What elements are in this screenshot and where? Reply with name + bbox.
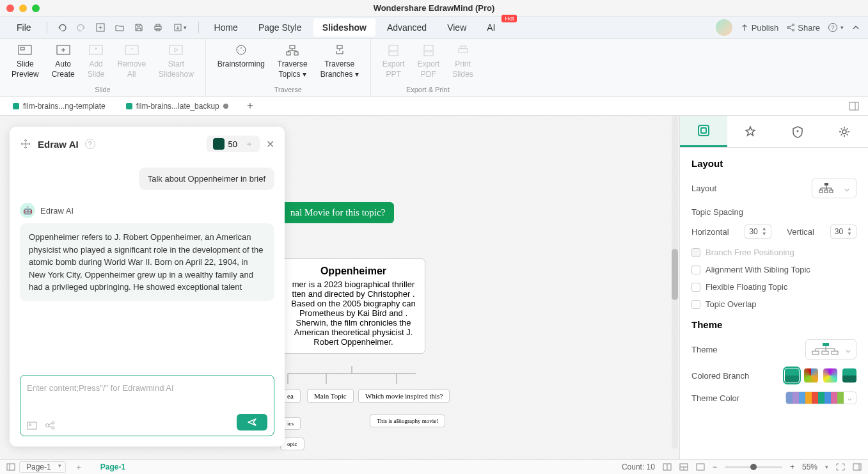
remove-all-icon <box>124 43 139 58</box>
side-tab-settings[interactable] <box>821 116 869 147</box>
svg-rect-43 <box>812 351 819 354</box>
ai-text-input[interactable] <box>27 383 267 393</box>
start-slideshow-label: Start Slideshow <box>159 59 194 79</box>
svg-rect-25 <box>459 49 468 52</box>
spacing-label: Topic Spacing <box>691 207 856 217</box>
brainstorming-button[interactable]: Brainstorming <box>211 42 271 81</box>
view-mode-1-icon[interactable] <box>663 463 672 471</box>
horizontal-spinner[interactable]: 30▲▼ <box>745 225 771 239</box>
layout-tree-icon <box>819 182 834 194</box>
checkbox-alignment[interactable] <box>691 265 700 274</box>
minimize-window[interactable] <box>19 4 27 12</box>
side-tab-style[interactable] <box>727 116 775 147</box>
auto-create-button[interactable]: Auto Create <box>45 42 81 81</box>
side-panel-body: Layout Layout ⌵ Topic Spacing Horizontal… <box>680 148 868 459</box>
side-panel: Layout Layout ⌵ Topic Spacing Horizontal… <box>679 116 868 459</box>
zoom-in-button[interactable]: + <box>790 462 794 471</box>
view-mode-3-icon[interactable] <box>696 463 705 471</box>
panel-toggle-icon[interactable] <box>849 102 865 111</box>
swatch-4[interactable] <box>842 368 856 383</box>
theme-selector[interactable]: ⌵ <box>805 339 856 359</box>
credit-icon <box>213 138 225 150</box>
help-icon[interactable]: ? <box>85 139 95 149</box>
page-selector[interactable]: Page-1▾ <box>19 461 66 473</box>
chk-branch-free-label: Branch Free Positioning <box>706 248 794 257</box>
menu-home[interactable]: Home <box>205 19 247 36</box>
traverse-topics-button[interactable]: Traverse Topics ▾ <box>271 42 314 81</box>
node-subtopic-3[interactable]: Which movie inspired this? <box>358 389 450 403</box>
send-button[interactable] <box>237 414 267 431</box>
close-icon[interactable]: ✕ <box>266 138 274 150</box>
menu-advanced[interactable]: Advanced <box>378 19 436 36</box>
checkbox-topic-overlap[interactable] <box>691 300 700 309</box>
share-button[interactable]: Share <box>786 23 820 33</box>
zoom-thumb[interactable] <box>750 464 757 470</box>
attach-icon[interactable] <box>27 420 38 431</box>
add-credit-icon[interactable]: ＋ <box>245 138 253 150</box>
undo-icon[interactable] <box>54 19 70 36</box>
open-icon[interactable] <box>111 19 128 36</box>
node-central-topic[interactable]: Oppenheimer mer is a 2023 biographical t… <box>281 258 425 354</box>
node-subtopic-2[interactable]: Main Topic <box>307 389 354 403</box>
checkbox-flexible-floating[interactable] <box>691 283 700 292</box>
spinner-arrows-icon[interactable]: ▲▼ <box>847 226 852 237</box>
avatar[interactable] <box>716 19 732 36</box>
layout-selector[interactable]: ⌵ <box>812 178 856 198</box>
side-tab-security[interactable] <box>774 116 821 147</box>
status-bar: Page-1▾ ＋ Page-1 Count: 10 − + 55% ▾ <box>0 459 868 474</box>
document-tabs: film-brains...ng-template film-brains...… <box>0 97 868 116</box>
swatch-2[interactable] <box>804 368 818 383</box>
swatch-3[interactable] <box>823 368 837 383</box>
slide-preview-button[interactable]: Slide Preview <box>5 42 45 81</box>
help-button[interactable]: ?▾ <box>828 22 844 33</box>
print-icon[interactable] <box>150 19 166 36</box>
publish-button[interactable]: Publish <box>740 23 779 33</box>
ai-move-icon[interactable] <box>20 138 31 150</box>
fit-screen-icon[interactable] <box>836 463 845 471</box>
ai-credits-value: 50 <box>228 139 237 149</box>
chk-flexible-label: Flexible Floating Topic <box>706 282 787 292</box>
fullscreen-icon[interactable] <box>853 463 862 471</box>
new-icon[interactable] <box>92 19 109 36</box>
export-dropdown-icon[interactable]: ▾ <box>169 19 192 36</box>
save-icon[interactable] <box>130 19 147 36</box>
zoom-slider[interactable] <box>725 466 782 468</box>
svg-point-32 <box>52 422 54 424</box>
swatch-1[interactable] <box>785 368 799 383</box>
close-window[interactable] <box>6 4 14 12</box>
add-page-button[interactable]: ＋ <box>70 462 88 473</box>
menu-file[interactable]: File <box>8 19 40 36</box>
scrollbar-vertical[interactable] <box>672 116 678 449</box>
vertical-label: Vertical <box>787 227 814 237</box>
layout-heading: Layout <box>691 158 856 169</box>
add-tab-button[interactable]: ＋ <box>239 99 262 113</box>
menu-slideshow[interactable]: Slideshow <box>313 19 375 36</box>
menu-ai[interactable]: AIHot <box>478 19 504 36</box>
node-subtopic-5[interactable]: This is aBiography movie! <box>370 415 445 427</box>
collapse-ribbon-icon[interactable] <box>851 23 860 32</box>
side-tab-layout[interactable] <box>680 116 727 147</box>
chk-alignment-label: Alignment With Sibling Topic <box>706 265 810 274</box>
vertical-spinner[interactable]: 30▲▼ <box>830 225 856 239</box>
tab-doc-2[interactable]: film-brains...late_backup <box>116 97 239 115</box>
menu-view[interactable]: View <box>438 19 475 36</box>
horizontal-label: Horizontal <box>691 227 729 237</box>
node-topic-green[interactable]: nal Movie for this topic? <box>281 202 394 223</box>
page-tab-active[interactable]: Page-1 <box>100 462 125 471</box>
zoom-out-button[interactable]: − <box>713 462 717 471</box>
redo-icon[interactable] <box>73 19 90 36</box>
export-ppt-button: PPTExport PPT <box>376 42 411 81</box>
mindmap-icon[interactable] <box>45 420 56 431</box>
outline-icon[interactable] <box>6 463 15 471</box>
spinner-arrows-icon[interactable]: ▲▼ <box>762 226 767 237</box>
ai-input-box[interactable] <box>20 375 274 436</box>
svg-point-31 <box>46 424 49 427</box>
ai-credits[interactable]: 50＋ <box>207 136 260 152</box>
svg-point-6 <box>793 24 794 26</box>
maximize-window[interactable] <box>32 4 40 12</box>
tab-doc-1[interactable]: film-brains...ng-template <box>3 97 116 115</box>
view-mode-2-icon[interactable] <box>679 463 688 471</box>
traverse-branches-button[interactable]: Traverse Branches ▾ <box>314 42 365 81</box>
theme-color-selector[interactable]: ⌵ <box>785 391 856 404</box>
menu-page-style[interactable]: Page Style <box>249 19 311 36</box>
